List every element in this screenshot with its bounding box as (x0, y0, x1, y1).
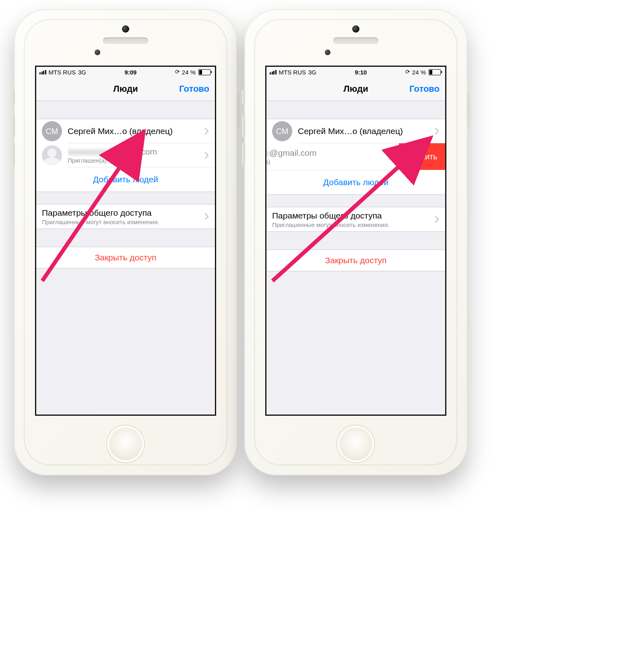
battery-icon (428, 69, 442, 75)
done-button[interactable]: Готово (409, 84, 440, 94)
add-people-label: Добавить людей (323, 177, 388, 187)
chevron-right-icon (435, 128, 440, 135)
owner-name: Сергей Мих…о (владелец) (298, 126, 403, 136)
orientation-lock-icon: ⟳ (175, 68, 180, 75)
volume-up-icon (12, 115, 15, 137)
swipe-delete-button[interactable]: Удалить (399, 143, 445, 170)
chevron-right-icon (388, 153, 393, 160)
carrier-label: MTS RUS (279, 69, 306, 76)
network-label: 3G (78, 69, 86, 76)
invited-email: xxxxxxxxx@gmail.com (265, 148, 317, 158)
orientation-lock-icon: ⟳ (405, 68, 410, 75)
battery-pct-label: 24 % (182, 69, 196, 76)
invited-row[interactable]: xxxxxxxxxx@gmail.com Приглашен(а) (36, 143, 215, 167)
add-people-button[interactable]: Добавить людей (36, 167, 215, 192)
revoke-access-label: Закрыть доступ (266, 250, 445, 271)
power-button-icon (236, 94, 239, 128)
invited-email-hidden: xxxxxxxxxx@ (68, 147, 118, 156)
people-group: СМ Сергей Мих…о (владелец) xxxxxxxxxx@gm… (36, 119, 215, 192)
status-bar: MTS RUS 3G 9:10 ⟳ 24 % (266, 67, 445, 77)
earpiece-speaker-icon (103, 37, 148, 44)
battery-icon (198, 69, 212, 75)
mute-switch-icon (12, 90, 15, 105)
signal-icon (270, 70, 277, 74)
invited-email: xxxxxxxxxx@gmail.com (68, 147, 157, 157)
sensor-icon (95, 50, 100, 55)
chevron-right-icon (204, 213, 209, 220)
earpiece-speaker-icon (333, 37, 378, 44)
mute-switch-icon (242, 90, 245, 105)
volume-down-icon (12, 143, 15, 165)
owner-row[interactable]: СМ Сергей Мих…о (владелец) (36, 119, 215, 143)
sharing-settings-sub: Приглашенные могут вносить изменения. (272, 221, 389, 228)
add-people-label: Добавить людей (93, 175, 158, 184)
invited-status: Приглашен(а) (265, 158, 317, 165)
done-button[interactable]: Готово (179, 84, 209, 94)
sharing-settings-sub: Приглашенные могут вносить изменения. (42, 219, 159, 225)
chevron-right-icon (204, 152, 209, 159)
phone-mockup-right: MTS RUS 3G 9:10 ⟳ 24 % Люди Готово (244, 9, 467, 475)
chevron-right-icon (435, 216, 440, 223)
signal-icon (39, 70, 46, 74)
clock-label: 9:09 (124, 69, 136, 76)
volume-up-icon (242, 115, 245, 137)
page-title: Люди (113, 84, 138, 94)
clock-label: 9:10 (355, 69, 367, 76)
battery-pct-label: 24 % (412, 69, 426, 76)
owner-initials: СМ (276, 127, 289, 136)
chevron-right-icon (204, 128, 209, 135)
phone-mockup-left: MTS RUS 3G 9:09 ⟳ 24 % Люди Готово (14, 9, 237, 475)
sharing-settings-row[interactable]: Параметры общего доступа Приглашенные мо… (36, 204, 215, 229)
revoke-access-label: Закрыть доступ (36, 247, 215, 268)
owner-row[interactable]: СМ Сергей Мих…о (владелец) (266, 119, 445, 143)
page-title: Люди (343, 84, 368, 94)
invited-status: Приглашен(а) (68, 157, 157, 164)
owner-initials: СМ (46, 127, 58, 136)
sensor-icon (325, 50, 330, 55)
sharing-settings-row[interactable]: Параметры общего доступа Приглашенные мо… (266, 207, 445, 232)
invited-row-swiped[interactable]: xxxxxxxxx@gmail.com Приглашен(а) Удалить (266, 143, 445, 170)
power-button-icon (466, 94, 470, 128)
screen: MTS RUS 3G 9:10 ⟳ 24 % Люди Готово (265, 66, 446, 416)
sharing-settings-title: Параметры общего доступа (42, 208, 159, 218)
volume-down-icon (242, 143, 245, 165)
nav-bar: Люди Готово (266, 77, 445, 101)
invited-avatar-icon (42, 145, 62, 165)
owner-avatar-icon: СМ (272, 121, 292, 141)
swipe-delete-label: Удалить (407, 152, 437, 161)
front-camera-icon (122, 25, 129, 33)
revoke-access-button[interactable]: Закрыть доступ (36, 247, 215, 268)
owner-avatar-icon: СМ (42, 121, 62, 141)
people-group: СМ Сергей Мих…о (владелец) xxxxxxxxx@gma… (266, 119, 445, 195)
nav-bar: Люди Готово (36, 77, 215, 101)
carrier-label: MTS RUS (49, 69, 76, 76)
home-button[interactable] (107, 425, 144, 462)
revoke-access-button[interactable]: Закрыть доступ (266, 250, 445, 271)
add-people-button[interactable]: Добавить людей (266, 170, 445, 194)
invited-email-hidden: xxxxxxxxx (265, 148, 270, 157)
network-label: 3G (308, 69, 316, 76)
screen: MTS RUS 3G 9:09 ⟳ 24 % Люди Готово (35, 66, 216, 416)
status-bar: MTS RUS 3G 9:09 ⟳ 24 % (36, 67, 215, 77)
owner-name: Сергей Мих…о (владелец) (68, 126, 173, 136)
sharing-settings-title: Параметры общего доступа (272, 211, 389, 221)
front-camera-icon (352, 25, 359, 33)
home-button[interactable] (337, 425, 374, 462)
